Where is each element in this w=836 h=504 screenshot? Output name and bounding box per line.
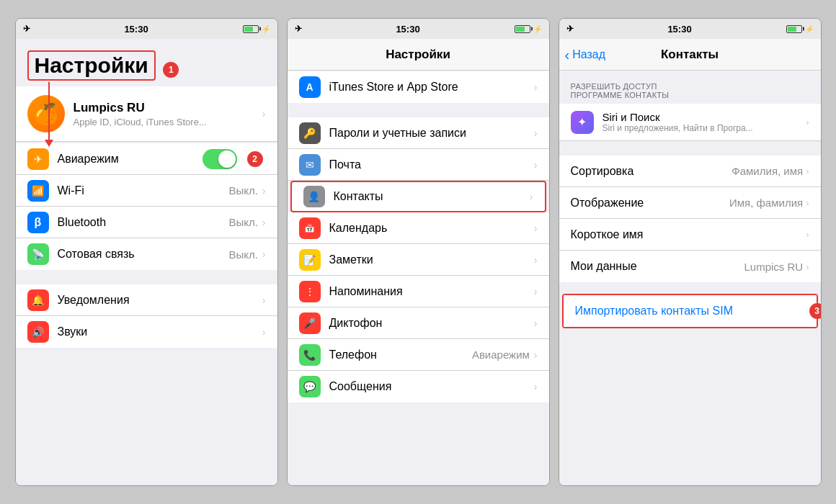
passwords-chevron: › bbox=[534, 127, 538, 139]
profile-row[interactable]: 🍊 Lumpics RU Apple ID, iCloud, iTunes St… bbox=[16, 86, 277, 142]
settings-section-2: 🔔 Уведомления › 🔊 Звуки › bbox=[16, 284, 277, 348]
notifications-label: Уведомления bbox=[58, 294, 262, 307]
status-bar-3: ✈ 15:30 ⚡ bbox=[559, 19, 821, 39]
sounds-row[interactable]: 🔊 Звуки › bbox=[16, 316, 277, 348]
import-sim-text: Импортировать контакты SIM bbox=[575, 305, 734, 318]
import-sim-section: Импортировать контакты SIM 3 bbox=[562, 294, 818, 328]
airplane-mode-icon: ✈ bbox=[23, 24, 30, 34]
passwords-label: Пароли и учетные записи bbox=[329, 127, 534, 140]
reminders-chevron: › bbox=[534, 286, 538, 297]
wifi-row[interactable]: 📶 Wi-Fi Выкл. › bbox=[16, 175, 277, 207]
import-sim-row[interactable]: Импортировать контакты SIM bbox=[564, 295, 817, 327]
wifi-chevron: › bbox=[262, 185, 266, 197]
messages-icon: 💬 bbox=[299, 376, 321, 397]
battery-icon-3 bbox=[786, 25, 802, 33]
contacts-row[interactable]: 👤 Контакты › bbox=[290, 181, 546, 212]
display-value-text: Имя, фамилия bbox=[729, 197, 803, 209]
battery-fill-3 bbox=[788, 27, 797, 32]
display-value: Имя, фамилия › bbox=[729, 197, 809, 209]
display-row[interactable]: Отображение Имя, фамилия › bbox=[559, 187, 821, 219]
profile-info: Lumpics RU Apple ID, iCloud, iTunes Stor… bbox=[74, 101, 262, 127]
status-bar-2: ✈ 15:30 ⚡ bbox=[288, 19, 549, 39]
wifi-value: Выкл. bbox=[228, 184, 257, 197]
siri-sub: Siri и предложения, Найти в Програ... bbox=[602, 123, 806, 133]
notifications-row[interactable]: 🔔 Уведомления › bbox=[16, 284, 277, 316]
siri-icon: ✦ bbox=[571, 111, 594, 134]
wifi-icon: 📶 bbox=[27, 180, 49, 202]
profile-chevron: › bbox=[262, 108, 266, 120]
profile-sub: Apple ID, iCloud, iTunes Store... bbox=[74, 117, 262, 127]
airplane-label: Авиарежим bbox=[58, 153, 203, 166]
short-name-value: › bbox=[806, 229, 809, 240]
phone-label: Телефон bbox=[329, 348, 472, 361]
divider-1 bbox=[16, 270, 277, 284]
contacts-chevron: › bbox=[530, 191, 533, 202]
sort-value: Фамилия, имя › bbox=[732, 165, 809, 177]
itunes-row[interactable]: A iTunes Store и App Store › bbox=[288, 71, 549, 103]
calendar-label: Календарь bbox=[329, 222, 534, 235]
notes-row[interactable]: 📝 Заметки › bbox=[288, 244, 549, 276]
my-data-value-text: Lumpics RU bbox=[744, 261, 803, 273]
notifications-chevron: › bbox=[262, 294, 266, 306]
status-time-2: 15:30 bbox=[396, 24, 419, 35]
cellular-icon: 📡 bbox=[27, 243, 49, 265]
notes-chevron: › bbox=[534, 254, 538, 266]
airplane-row[interactable]: ✈ Авиарежим 2 bbox=[16, 143, 277, 175]
my-data-row[interactable]: Мои данные Lumpics RU › bbox=[559, 251, 821, 282]
status-left-3: ✈ bbox=[566, 24, 574, 34]
calendar-row[interactable]: 📅 Календарь › bbox=[288, 212, 549, 244]
sort-value-text: Фамилия, имя bbox=[732, 165, 803, 177]
messages-label: Сообщения bbox=[329, 380, 534, 393]
sounds-chevron: › bbox=[262, 326, 266, 338]
airplane-icon: ✈ bbox=[27, 148, 49, 170]
messages-row[interactable]: 💬 Сообщения › bbox=[288, 371, 549, 402]
nav-bar-3: ‹ Назад Контакты bbox=[559, 39, 821, 71]
short-name-label: Короткое имя bbox=[571, 228, 644, 241]
notes-label: Заметки bbox=[329, 253, 534, 266]
status-right-1: ⚡ bbox=[243, 25, 270, 33]
airplane-toggle[interactable] bbox=[203, 149, 237, 169]
phone-row[interactable]: 📞 Телефон Авиарежим › bbox=[288, 339, 549, 371]
bluetooth-value: Выкл. bbox=[228, 216, 257, 228]
notes-icon: 📝 bbox=[299, 249, 321, 271]
bluetooth-icon: β bbox=[27, 212, 49, 233]
divider-s3-2 bbox=[559, 282, 821, 294]
bluetooth-row[interactable]: β Bluetooth Выкл. › bbox=[16, 207, 277, 238]
back-arrow-icon: ‹ bbox=[565, 48, 570, 62]
dictaphone-icon: 🎤 bbox=[299, 312, 321, 334]
reminders-label: Напоминания bbox=[329, 285, 534, 298]
short-name-row[interactable]: Короткое имя › bbox=[559, 219, 821, 251]
mail-label: Почта bbox=[329, 158, 534, 171]
battery-icon-1 bbox=[243, 25, 259, 33]
nav-bar-2: Настройки bbox=[288, 39, 549, 71]
itunes-chevron: › bbox=[534, 81, 538, 93]
charge-icon-1: ⚡ bbox=[262, 25, 270, 33]
itunes-icon: A bbox=[299, 76, 321, 98]
mail-icon: ✉ bbox=[299, 154, 321, 176]
cellular-row[interactable]: 📡 Сотовая связь Выкл. › bbox=[16, 238, 277, 270]
dictaphone-row[interactable]: 🎤 Диктофон › bbox=[288, 307, 549, 339]
calendar-icon: 📅 bbox=[299, 217, 321, 239]
siri-title: Siri и Поиск bbox=[602, 111, 806, 123]
notifications-icon: 🔔 bbox=[27, 289, 49, 311]
back-button[interactable]: ‹ Назад bbox=[565, 48, 606, 62]
divider-s2 bbox=[288, 103, 549, 117]
step-badge-3: 3 bbox=[809, 303, 821, 319]
cellular-label: Сотовая связь bbox=[58, 248, 229, 261]
sort-row[interactable]: Сортировка Фамилия, имя › bbox=[559, 156, 821, 187]
charge-icon-2: ⚡ bbox=[533, 25, 542, 33]
settings-section-1: ✈ Авиарежим 2 📶 Wi-Fi Выкл. › bbox=[16, 143, 277, 270]
sort-label: Сортировка bbox=[571, 165, 634, 178]
back-label: Назад bbox=[572, 48, 605, 61]
wifi-label: Wi-Fi bbox=[58, 184, 229, 197]
phone-icon: 📞 bbox=[299, 344, 321, 366]
profile-name: Lumpics RU bbox=[74, 101, 262, 115]
reminders-row[interactable]: ⋮ Напоминания › bbox=[288, 276, 549, 307]
charge-icon-3: ⚡ bbox=[805, 25, 814, 33]
my-data-label: Мои данные bbox=[571, 260, 637, 273]
siri-row[interactable]: ✦ Siri и Поиск Siri и предложения, Найти… bbox=[559, 104, 821, 141]
passwords-row[interactable]: 🔑 Пароли и учетные записи › bbox=[288, 117, 549, 149]
status-right-3: ⚡ bbox=[786, 25, 814, 33]
mail-chevron: › bbox=[534, 159, 538, 171]
mail-row[interactable]: ✉ Почта › bbox=[288, 149, 549, 181]
